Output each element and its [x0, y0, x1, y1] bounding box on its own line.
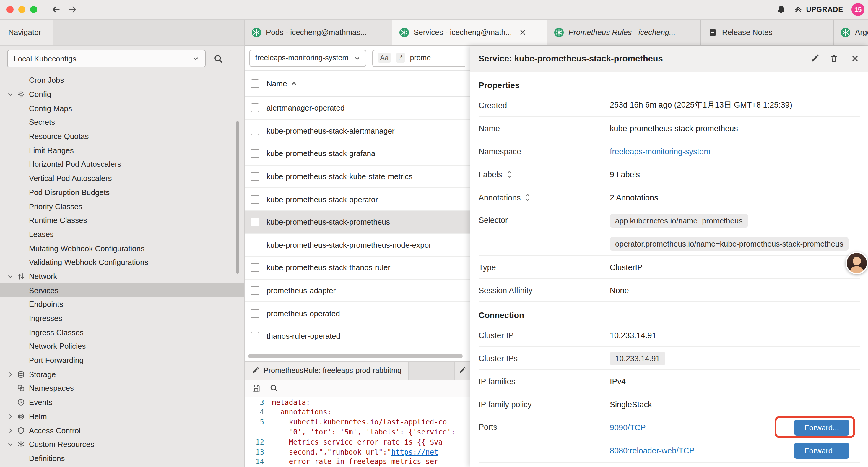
port-link[interactable]: 8080:reloader-web/TCP	[610, 446, 694, 455]
sidebar-item-namespaces[interactable]: Namespaces	[0, 381, 244, 395]
upgrade-button[interactable]: UPGRADE	[794, 5, 843, 13]
sidebar-item-resource-quotas[interactable]: Resource Quotas	[0, 129, 244, 143]
sidebar-item-network[interactable]: Network	[0, 269, 244, 283]
row-checkbox[interactable]	[251, 149, 259, 158]
table-row[interactable]: prometheus-adapter	[245, 280, 470, 302]
sidebar-item-network-policies[interactable]: Network Policies	[0, 339, 244, 353]
sidebar-item-horizontal-pod-autoscalers[interactable]: Horizontal Pod Autoscalers	[0, 157, 244, 171]
tab-prometheus-rules-icecheng[interactable]: Prometheus Rules - icecheng...	[547, 20, 701, 45]
close-detail-button[interactable]	[850, 54, 860, 63]
table-row[interactable]: kube-prometheus-stack-operator	[245, 188, 470, 211]
tab-services-icecheng-math[interactable]: Services - icecheng@math...	[392, 20, 547, 45]
events-icon	[17, 398, 29, 406]
sidebar-item-custom-resources[interactable]: Custom Resources	[0, 437, 244, 451]
chevron-right-icon[interactable]	[7, 371, 17, 378]
edit-service-button[interactable]	[810, 54, 819, 63]
forward-button[interactable]: Forward...	[795, 419, 849, 435]
notification-count-badge[interactable]: 15	[851, 3, 864, 16]
sidebar-item-services[interactable]: Services	[0, 284, 244, 297]
forward-nav-button[interactable]	[68, 5, 78, 14]
sidebar-item-ingresses[interactable]: Ingresses	[0, 311, 244, 325]
sidebar-item-priority-classes[interactable]: Priority Classes	[0, 199, 244, 213]
chevron-down-icon[interactable]	[7, 91, 17, 98]
sidebar-item-runtime-classes[interactable]: Runtime Classes	[0, 213, 244, 227]
delete-service-button[interactable]	[829, 54, 838, 63]
match-case-toggle[interactable]: Aa	[378, 53, 391, 63]
sidebar-item-pod-disruption-budgets[interactable]: Pod Disruption Budgets	[0, 185, 244, 199]
back-button[interactable]	[52, 5, 61, 14]
row-checkbox[interactable]	[251, 218, 259, 227]
tab-release-notes[interactable]: Release Notes	[701, 20, 834, 45]
navigator-tab[interactable]: Navigator	[0, 20, 53, 45]
yaml-editor[interactable]: 3metadata:4 annotations:5 kubectl.kubern…	[245, 397, 470, 467]
service-name: kube-prometheus-stack-kube-state-metrics	[267, 172, 412, 181]
notifications-bell-icon[interactable]	[776, 5, 786, 14]
sidebar-item-mutating-webhook-configurations[interactable]: Mutating Webhook Configurations	[0, 241, 244, 255]
save-icon[interactable]	[252, 383, 260, 392]
row-checkbox[interactable]	[251, 195, 259, 204]
kubeconfig-selector[interactable]: Local Kubeconfigs	[7, 50, 206, 67]
sidebar-item-storage[interactable]: Storage	[0, 368, 244, 381]
table-row[interactable]: kube-prometheus-stack-kube-state-metrics	[245, 166, 470, 188]
chevron-right-icon[interactable]	[7, 427, 17, 434]
table-row[interactable]: thanos-ruler-operated	[245, 325, 470, 348]
close-window-button[interactable]	[6, 6, 13, 13]
table-row[interactable]: alertmanager-operated	[245, 97, 470, 120]
chevron-down-icon[interactable]	[7, 273, 17, 280]
name-column-header[interactable]: Name	[267, 79, 297, 88]
sidebar-item-config[interactable]: Config	[0, 87, 244, 101]
table-row[interactable]: kube-prometheus-stack-prometheus-node-ex…	[245, 234, 470, 257]
sidebar-item-config-maps[interactable]: Config Maps	[0, 101, 244, 115]
dock-tab-prometheusrule[interactable]: PrometheusRule: freeleaps-prod-rabbitmq	[245, 361, 409, 379]
row-checkbox[interactable]	[251, 309, 259, 318]
minimize-window-button[interactable]	[18, 6, 25, 13]
sidebar-item-ingress-classes[interactable]: Ingress Classes	[0, 325, 244, 339]
regex-toggle[interactable]: .*	[396, 53, 405, 63]
table-row[interactable]: kube-prometheus-stack-prometheus	[245, 211, 470, 234]
maximize-window-button[interactable]	[30, 6, 37, 13]
row-checkbox[interactable]	[251, 241, 259, 250]
sidebar-item-validating-webhook-configurations[interactable]: Validating Webhook Configurations	[0, 255, 244, 269]
editor-search-icon[interactable]	[270, 383, 278, 392]
row-checkbox[interactable]	[251, 126, 259, 135]
sidebar-item-port-forwarding[interactable]: Port Forwarding	[0, 353, 244, 368]
sidebar-item-leases[interactable]: Leases	[0, 227, 244, 241]
chevron-down-icon[interactable]	[7, 441, 17, 448]
tab-argo-s[interactable]: Argo S	[834, 20, 868, 45]
table-row[interactable]: kube-prometheus-stack-thanos-ruler	[245, 257, 470, 279]
search-input[interactable]: Aa .* prome	[372, 49, 465, 66]
sidebar-item-definitions[interactable]: Definitions	[0, 451, 244, 465]
row-checkbox[interactable]	[251, 104, 259, 113]
table-row[interactable]: prometheus-operated	[245, 302, 470, 325]
tab-pods-icecheng-mathmas[interactable]: Pods - icecheng@mathmas...	[245, 20, 392, 45]
user-avatar[interactable]	[845, 252, 868, 274]
dock-tab-next[interactable]	[454, 361, 470, 379]
sidebar-item-access-control[interactable]: Access Control	[0, 423, 244, 437]
table-row[interactable]: kube-prometheus-stack-alertmanager	[245, 120, 470, 143]
sidebar-item-endpoints[interactable]: Endpoints	[0, 297, 244, 311]
sidebar-item-events[interactable]: Events	[0, 396, 244, 409]
sidebar-item-limit-ranges[interactable]: Limit Ranges	[0, 143, 244, 157]
row-checkbox[interactable]	[251, 286, 259, 295]
chevron-spacer	[7, 385, 17, 392]
namespace-link[interactable]: freeleaps-monitoring-system	[610, 147, 711, 156]
table-row[interactable]: kube-prometheus-stack-grafana	[245, 143, 470, 165]
row-checkbox[interactable]	[251, 172, 259, 181]
sidebar-item-cron-jobs[interactable]: Cron Jobs	[0, 73, 244, 87]
sidebar-item-vertical-pod-autoscalers[interactable]: Vertical Pod Autoscalers	[0, 171, 244, 185]
chevron-right-icon[interactable]	[7, 413, 17, 420]
search-icon[interactable]	[213, 54, 223, 63]
row-checkbox[interactable]	[251, 263, 259, 272]
namespace-filter-select[interactable]: freeleaps-monitoring-system	[249, 49, 366, 66]
sidebar-item-helm[interactable]: Helm	[0, 409, 244, 423]
sidebar-item-label: Cron Jobs	[29, 76, 64, 85]
sidebar-scrollbar[interactable]	[236, 121, 239, 274]
service-name: kube-prometheus-stack-alertmanager	[267, 126, 395, 135]
horizontal-scrollbar-thumb[interactable]	[248, 354, 463, 358]
forward-button[interactable]: Forward...	[795, 443, 849, 459]
sidebar-item-secrets[interactable]: Secrets	[0, 115, 244, 129]
select-all-checkbox[interactable]	[251, 79, 259, 88]
row-checkbox[interactable]	[251, 332, 259, 341]
port-link[interactable]: 9090/TCP	[610, 423, 646, 432]
detail-title: Service: kube-prometheus-stack-prometheu…	[478, 54, 801, 63]
